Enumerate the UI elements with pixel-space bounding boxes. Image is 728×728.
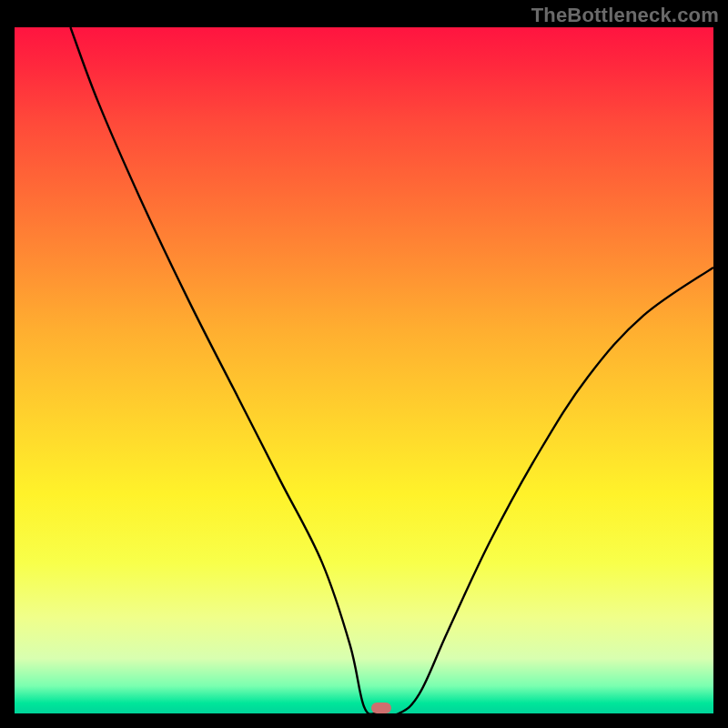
plot-area [15, 27, 713, 713]
curve-path [70, 27, 713, 713]
optimum-marker [371, 703, 391, 713]
watermark-text: TheBottleneck.com [531, 4, 719, 27]
chart-stage: TheBottleneck.com [0, 0, 728, 728]
bottleneck-curve [15, 27, 713, 713]
